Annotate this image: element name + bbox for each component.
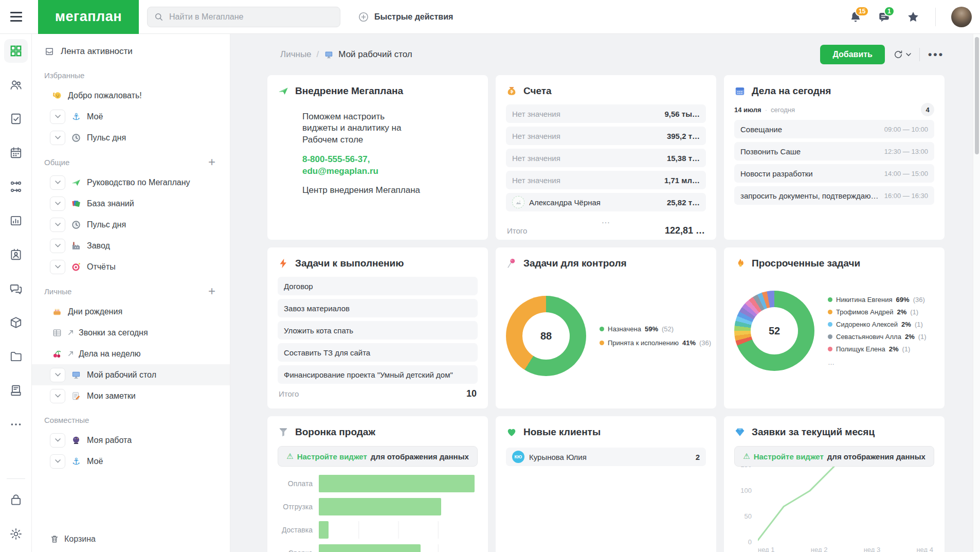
rail-messenger-icon[interactable]: [4, 277, 28, 300]
client-row[interactable]: КЮ Курынова Юлия 2: [506, 448, 706, 466]
task-row[interactable]: Договор: [278, 277, 478, 295]
invoice-row[interactable]: Нет значения 1,71 мл…: [506, 171, 706, 189]
funnel-bar[interactable]: [319, 498, 441, 515]
user-avatar[interactable]: [951, 7, 972, 27]
rail-employees-icon[interactable]: [4, 73, 28, 97]
rail-settings-gear-icon[interactable]: [4, 522, 28, 546]
task-row[interactable]: Финансирование проекта "Умный детский до…: [278, 365, 478, 384]
breadcrumb-parent[interactable]: Личные: [280, 49, 312, 60]
sidebar-item-label: Мой рабочий стол: [87, 370, 230, 380]
sidebar-item-calls-today[interactable]: Звонки за сегодня: [32, 322, 230, 343]
favorites-button[interactable]: [906, 10, 920, 24]
legend-item[interactable]: Севастьянович Алла 2% (1): [828, 333, 927, 341]
overdue-chart-area: 52 Никитина Евгения 69% (36) Трофимов Ан…: [734, 291, 934, 371]
invoice-row[interactable]: Нет значения 395,2 т…: [506, 127, 706, 145]
sidebar-item-mine-fav[interactable]: ⚓ Моё: [32, 106, 230, 127]
control-donut-chart[interactable]: 88: [506, 296, 586, 376]
app-logo[interactable]: мегаплан: [38, 0, 139, 34]
refresh-button[interactable]: [893, 49, 911, 60]
chevron-down-icon[interactable]: [50, 260, 65, 274]
invoice-row[interactable]: Нет значения 15,38 т…: [506, 149, 706, 167]
funnel-bar[interactable]: [319, 544, 421, 552]
chevron-down-icon[interactable]: [50, 433, 65, 448]
rail-invoices-icon[interactable]: [4, 379, 28, 402]
chevron-down-icon[interactable]: [50, 197, 65, 211]
rail-calendar-icon[interactable]: [4, 141, 28, 165]
rail-documents-icon[interactable]: [4, 345, 28, 368]
legend-item[interactable]: Сидоренко Алексей 2% (1): [828, 320, 927, 328]
chevron-down-icon[interactable]: [50, 454, 65, 469]
sidebar-item-my-desktop[interactable]: Мой рабочий стол: [32, 364, 230, 385]
sidebar-item-week-todos[interactable]: Дела на неделю: [32, 343, 230, 364]
add-widget-button[interactable]: +: [204, 157, 220, 167]
more-options-button[interactable]: •••: [928, 48, 944, 61]
vertical-scrollbar[interactable]: [973, 34, 980, 552]
sidebar-item-day-pulse-fav[interactable]: Пульс дня: [32, 127, 230, 148]
todo-row[interactable]: Новости разработки 14:00 — 15:00: [734, 164, 934, 183]
rail-contacts-icon[interactable]: [4, 243, 28, 266]
chevron-down-icon[interactable]: [50, 239, 65, 253]
sidebar-activity-feed[interactable]: Лента активности: [32, 41, 230, 62]
onboarding-contact-link[interactable]: 8-800-555-56-37, edu@megaplan.ru: [302, 154, 411, 177]
rail-reports-icon[interactable]: [4, 209, 28, 233]
rail-more-icon[interactable]: [4, 413, 28, 436]
legend-item[interactable]: Никитина Евгения 69% (36): [828, 296, 927, 304]
sidebar-item-my-work[interactable]: Моя работа: [32, 430, 230, 451]
legend-item[interactable]: Принята к исполнению 41% (36): [600, 339, 706, 347]
configure-widget-link[interactable]: Настройте виджет: [754, 452, 824, 461]
sidebar-item-reports[interactable]: Отчёты: [32, 256, 230, 277]
trash-button[interactable]: Корзина: [50, 535, 96, 544]
chevron-down-icon[interactable]: [50, 368, 65, 382]
rail-products-icon[interactable]: [4, 311, 28, 334]
sidebar-item-welcome[interactable]: Добро пожаловать!: [32, 85, 230, 106]
configure-widget-notice[interactable]: ⚠ Настройте виджет для отображения данны…: [734, 446, 934, 467]
sidebar-item-label: Дела на неделю: [79, 349, 230, 359]
rail-tasks-icon[interactable]: [4, 107, 28, 131]
sidebar-item-guide[interactable]: Руководство по Мегаплану: [32, 172, 230, 193]
configure-widget-notice[interactable]: ⚠ Настройте виджет для отображения данны…: [278, 446, 478, 467]
task-row[interactable]: Уложить кота спать: [278, 321, 478, 340]
legend-more[interactable]: …: [828, 359, 927, 366]
configure-widget-link[interactable]: Настройте виджет: [297, 452, 367, 461]
quick-actions-button[interactable]: Быстрые действия: [358, 11, 453, 23]
todo-row[interactable]: запросить документы, подтверждающ… 16:00…: [734, 186, 934, 205]
funnel-bar[interactable]: [319, 521, 329, 539]
messages-button[interactable]: 1: [878, 10, 891, 24]
chevron-down-icon[interactable]: [50, 389, 65, 403]
rail-dashboard-icon[interactable]: [4, 39, 28, 63]
notifications-button[interactable]: 15: [849, 10, 862, 24]
scrollbar-thumb[interactable]: [975, 37, 979, 154]
sidebar-item-mine-shared[interactable]: ⚓ Моё: [32, 451, 230, 472]
donut-center-value: 52: [769, 325, 780, 337]
rail-store-icon[interactable]: [4, 488, 28, 512]
widget-title: Новые клиенты: [523, 426, 601, 438]
global-search[interactable]: [147, 7, 340, 27]
sidebar-item-birthdays[interactable]: Дни рождения: [32, 301, 230, 322]
header-divider: [919, 48, 920, 61]
sidebar-item-knowledge-base[interactable]: База знаний: [32, 193, 230, 214]
add-button[interactable]: Добавить: [820, 45, 885, 64]
task-row[interactable]: Составить ТЗ для сайта: [278, 343, 478, 362]
funnel-bar[interactable]: [319, 475, 475, 492]
show-more[interactable]: ...: [506, 216, 706, 225]
todo-row[interactable]: Совещание 09:00 — 10:00: [734, 120, 934, 138]
chevron-down-icon[interactable]: [50, 110, 65, 124]
invoice-row[interactable]: Нет значения 9,56 ты…: [506, 104, 706, 123]
sidebar-item-day-pulse[interactable]: Пульс дня: [32, 214, 230, 235]
search-input[interactable]: [169, 12, 334, 22]
add-widget-button[interactable]: +: [204, 287, 220, 296]
todo-row[interactable]: Позвонить Саше 12:30 — 13:00: [734, 142, 934, 161]
legend-item[interactable]: Назначена 59% (52): [600, 325, 706, 333]
legend-item[interactable]: Трофимов Андрей 2% (1): [828, 308, 927, 316]
chevron-down-icon[interactable]: [50, 131, 65, 145]
sidebar-item-my-notes[interactable]: Мои заметки: [32, 385, 230, 406]
chevron-down-icon[interactable]: [50, 175, 65, 190]
sidebar-item-factory[interactable]: Завод: [32, 235, 230, 256]
overdue-donut-chart[interactable]: 52: [734, 291, 814, 371]
legend-item[interactable]: Полищук Елена 2% (1): [828, 345, 927, 353]
chevron-down-icon[interactable]: [50, 218, 65, 232]
rail-processes-icon[interactable]: [4, 175, 28, 199]
task-row[interactable]: Завоз материалов: [278, 299, 478, 317]
hamburger-menu-icon[interactable]: [0, 12, 32, 22]
invoice-person-row[interactable]: Александра Чёрная 25,82 т…: [506, 193, 706, 211]
